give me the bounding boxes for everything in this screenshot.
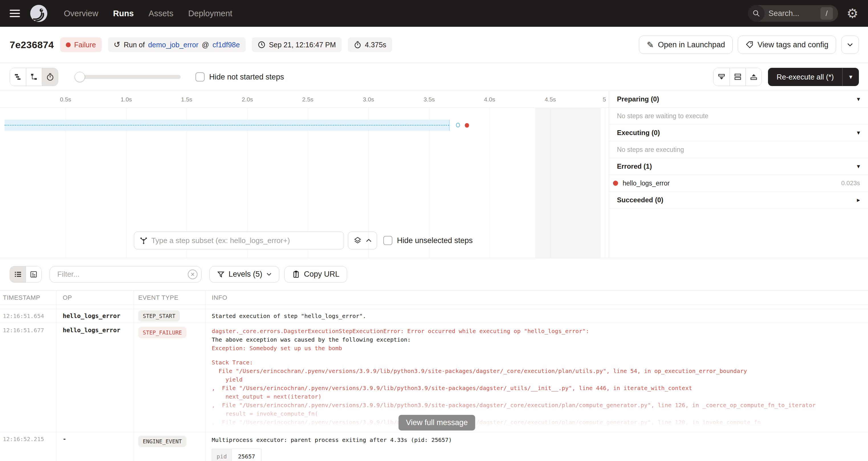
log-filter[interactable]: ×: [50, 266, 202, 283]
panel-section-executing[interactable]: Executing (0) ▾: [609, 124, 868, 141]
col-op[interactable]: OP: [56, 290, 134, 305]
step-status-panel: Preparing (0) ▾ No steps are waiting to …: [609, 91, 868, 258]
axis-tick: 3.5s: [424, 96, 435, 103]
step-failure-marker[interactable]: [465, 123, 469, 128]
chevron-up-icon: [366, 239, 372, 242]
event-type-badge: STEP_START: [138, 310, 180, 322]
nav-runs[interactable]: Runs: [113, 9, 134, 18]
step-selector-row: Hide unselected steps: [0, 232, 609, 249]
clipboard-icon: [292, 270, 300, 278]
error-dot-icon: [613, 181, 618, 186]
log-filter-input[interactable]: [50, 266, 202, 283]
message-fade: [212, 392, 868, 432]
run-actions-dropdown-button[interactable]: [841, 36, 859, 54]
start-time-pill: Sep 21, 12:16:47 PM: [252, 37, 342, 52]
gear-icon[interactable]: ⚙: [847, 7, 858, 20]
log-toolbar: × Levels (5) Copy URL: [0, 258, 868, 290]
pencil-icon: ✎: [647, 40, 654, 50]
col-timestamp[interactable]: TIMESTAMP: [0, 290, 56, 305]
top-nav: Overview Runs Assets Deployment / ⚙: [0, 0, 868, 27]
view-full-message-button[interactable]: View full message: [398, 415, 475, 431]
panel-section-succeeded[interactable]: Succeeded (0) ▸: [609, 192, 868, 209]
preparing-empty-text: No steps are waiting to execute: [609, 108, 868, 124]
partial-row: [0, 305, 868, 309]
status-badge: Failure: [60, 37, 101, 52]
nav-overview[interactable]: Overview: [64, 9, 98, 18]
gantt-timed-view-button[interactable]: [42, 68, 58, 86]
axis-line: [0, 107, 609, 108]
slider-knob[interactable]: [75, 72, 85, 82]
panel-section-preparing[interactable]: Preparing (0) ▾: [609, 91, 868, 108]
hide-unselected-label: Hide unselected steps: [397, 236, 473, 245]
clear-filter-icon[interactable]: ×: [188, 270, 197, 279]
op-selector-icon: [140, 236, 148, 245]
funnel-icon: [217, 271, 224, 278]
search-input[interactable]: [769, 9, 814, 18]
hamburger-menu-icon[interactable]: [10, 10, 20, 17]
chevron-down-icon: [267, 273, 272, 276]
snapshot-link[interactable]: cf1df98e: [213, 41, 240, 49]
levels-filter-button[interactable]: Levels (5): [210, 266, 279, 283]
gantt-flat-view-button[interactable]: [10, 68, 26, 86]
log-table: TIMESTAMP OP EVENT TYPE INFO 12:16:51.65…: [0, 290, 868, 461]
gantt-chart[interactable]: 0.5s 1.0s 1.5s 2.0s 2.5s 3.0s 3.5s 4.0s …: [0, 91, 609, 258]
slider-track[interactable]: [75, 75, 181, 79]
global-search[interactable]: /: [748, 5, 838, 22]
run-header: 7e236874 Failure ↺ Run of demo_job_error…: [0, 27, 868, 63]
log-row-engine-event[interactable]: 12:16:52.215 - ENGINE_EVENT Multiprocess…: [0, 432, 868, 461]
axis-tick: 0.5s: [60, 96, 71, 103]
step-subset-input[interactable]: [151, 236, 339, 245]
failure-dot-icon: [66, 42, 71, 47]
collapse-up-button[interactable]: [745, 68, 762, 86]
copy-url-button[interactable]: Copy URL: [284, 266, 347, 283]
step-duration: 0.023s: [841, 180, 860, 187]
step-subset-inputwrap[interactable]: [134, 232, 344, 249]
step-waiting-bar[interactable]: [5, 120, 450, 131]
chevron-right-icon[interactable]: ▸: [857, 196, 860, 204]
gantt-zoom-slider[interactable]: [75, 68, 181, 86]
log-structured-view-button[interactable]: [26, 267, 41, 282]
axis-tick: 2.0s: [242, 96, 253, 103]
layers-icon: [353, 236, 362, 245]
job-link[interactable]: demo_job_error: [148, 41, 198, 49]
duration-pill: 4.375s: [348, 37, 392, 52]
error-message: dagster._core.errors.DagsterExecutionSte…: [212, 327, 868, 432]
dagster-logo-icon[interactable]: [30, 4, 48, 23]
hide-unselected-checkbox[interactable]: [383, 236, 393, 245]
collapse-down-button[interactable]: [714, 68, 730, 86]
log-row-step-start[interactable]: 12:16:51.654 hello_logs_error STEP_START…: [0, 309, 868, 323]
run-id: 7e236874: [10, 39, 54, 51]
axis-tick: 1.5s: [181, 96, 192, 103]
col-event-type[interactable]: EVENT TYPE: [134, 290, 206, 305]
gantt-waterfall-view-button[interactable]: [26, 68, 42, 86]
stopwatch-icon: [354, 41, 362, 49]
col-info[interactable]: INFO: [206, 290, 868, 305]
reexecute-dropdown-caret[interactable]: ▾: [842, 68, 859, 86]
log-list-view-button[interactable]: [10, 267, 26, 282]
nav-links: Overview Runs Assets Deployment: [64, 9, 232, 18]
hide-not-started-checkbox[interactable]: [195, 72, 205, 82]
panel-section-errored[interactable]: Errored (1) ▾: [609, 158, 868, 175]
errored-step-row[interactable]: hello_logs_error 0.023s: [609, 175, 868, 192]
open-launchpad-button[interactable]: ✎ Open in Launchpad: [639, 36, 733, 54]
step-start-marker[interactable]: [456, 123, 460, 127]
log-view-toggle: [10, 266, 41, 283]
chevron-down-icon[interactable]: ▾: [857, 95, 860, 103]
graph-query-toggle-button[interactable]: [348, 232, 377, 249]
log-table-header: TIMESTAMP OP EVENT TYPE INFO: [0, 290, 868, 305]
nav-deployment[interactable]: Deployment: [188, 9, 232, 18]
axis-tick: 3.0s: [363, 96, 374, 103]
gantt-toolbar: Hide not started steps: [0, 63, 868, 91]
hide-not-started-label: Hide not started steps: [209, 73, 284, 82]
axis-tick: 4.5s: [545, 96, 556, 103]
view-tags-config-button[interactable]: View tags and config: [738, 36, 836, 54]
chevron-down-icon[interactable]: ▾: [857, 163, 860, 170]
nav-assets[interactable]: Assets: [149, 9, 173, 18]
gantt-view-mode-toggle: [10, 68, 58, 86]
split-view-button[interactable]: [730, 68, 745, 86]
event-type-badge: STEP_FAILURE: [138, 327, 186, 338]
chevron-down-icon[interactable]: ▾: [857, 129, 860, 136]
search-icon: [748, 5, 765, 22]
reexecute-all-button[interactable]: Re-execute all (*) ▾: [768, 68, 859, 86]
axis-tick: 2.5s: [302, 96, 313, 103]
